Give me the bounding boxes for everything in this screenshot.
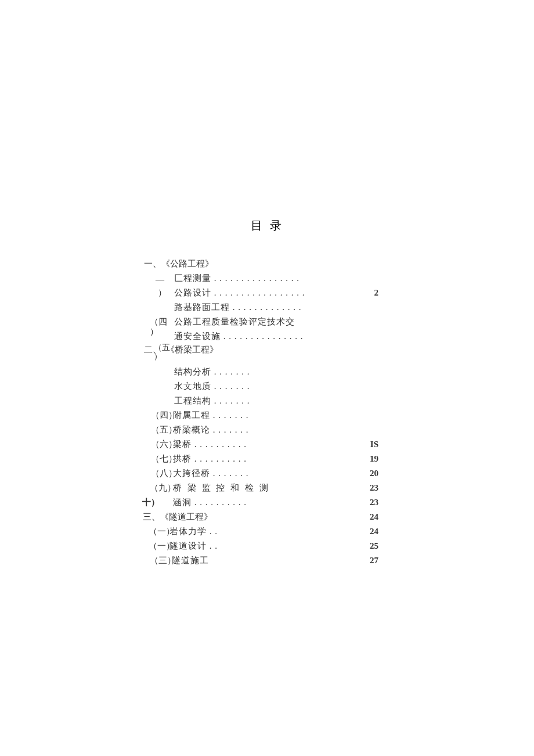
page-number: 23 <box>370 495 378 510</box>
toc-entry: （三） 隧道施工 27 <box>145 553 389 568</box>
entry-label: 梁桥 . . . . . . . . . . <box>173 437 247 452</box>
toc-entry: — 匚程测量 . . . . . . . . . . . . . . . . <box>145 271 389 286</box>
entry-label: 结构分析 . . . . . . . <box>174 365 250 379</box>
toc-entry: 工程结构 . . . . . . . <box>145 394 389 408</box>
toc-entry: 路基路面工程 . . . . . . . . . . . . . <box>145 300 389 315</box>
page-number: 23 <box>370 481 378 495</box>
entry-marker: （九） <box>150 481 176 495</box>
toc-entry: （四） 附属工程 . . . . . . . <box>145 408 389 423</box>
entry-label: 大跨径桥 . . . . . . . <box>173 466 249 481</box>
toc-entry: 结构分析 . . . . . . . <box>145 365 389 379</box>
toc-entry: 十） 涵洞 . . . . . . . . . . 23 <box>145 495 389 510</box>
entry-label: 拱桥 . . . . . . . . . . <box>173 452 247 466</box>
toc-entry: （四 公路工程质量检验评定技术交 <box>145 315 389 329</box>
toc-entry: 水文地质 . . . . . . . <box>145 379 389 394</box>
section-title: 《桥梁工程》 <box>166 344 218 355</box>
toc-section-1: 一、《公路工程》 <box>145 257 389 271</box>
toc-title: 目 录 <box>0 218 534 233</box>
entry-label: 岩体力学 . . <box>169 524 218 539</box>
entry-label: 桥梁概论 . . . . . . . <box>173 423 249 437</box>
entry-label: 涵洞 . . . . . . . . . . <box>173 495 247 510</box>
entry-label: 工程结构 . . . . . . . <box>174 394 250 408</box>
page-number: 2 <box>374 286 379 300</box>
entry-label: 桥 梁 监 控 和 检 测 <box>173 481 270 495</box>
toc-entry: （五） 桥梁概论 . . . . . . . <box>145 423 389 437</box>
toc-section-2: 二、 （五 《桥梁工程》 <box>145 344 389 355</box>
entry-label: 匚程测量 . . . . . . . . . . . . . . . . <box>174 271 300 286</box>
section-marker: 三、《隧道工程》 <box>143 510 212 524</box>
section-marker: 一、《公路工程》 <box>144 257 214 271</box>
page-number: 24 <box>370 524 378 539</box>
toc-entry: （九） 桥 梁 监 控 和 检 测 23 <box>145 481 389 495</box>
entry-label: 附属工程 . . . . . . . <box>173 408 249 423</box>
page-number: IS <box>370 437 378 452</box>
page-number: 19 <box>370 452 378 466</box>
toc-entry: ） 公路设计 . . . . . . . . . . . . . . . . .… <box>145 286 389 300</box>
page-number: 24 <box>370 510 378 524</box>
toc-entry: （一） 岩体力学 . . 24 <box>145 524 389 539</box>
entry-label: 隧道设计 . . <box>169 539 218 553</box>
toc-entry: （八） 大跨径桥 . . . . . . . 20 <box>145 466 389 481</box>
entry-marker: — <box>156 272 164 287</box>
page-number: 25 <box>370 539 378 553</box>
entry-label: 通安全设施 . . . . . . . . . . . . . . . <box>174 329 304 344</box>
page-number: 20 <box>370 466 378 481</box>
entry-label: 水文地质 . . . . . . . <box>174 379 250 394</box>
entry-label: 公路设计 . . . . . . . . . . . . . . . . . <box>174 286 305 300</box>
toc-entry: ） 通安全设施 . . . . . . . . . . . . . . . <box>145 329 389 344</box>
document-page: 目 录 一、《公路工程》 — 匚程测量 . . . . . . . . . . … <box>0 0 534 756</box>
toc-entry: （七） 拱桥 . . . . . . . . . . 19 <box>145 452 389 466</box>
table-of-contents: 一、《公路工程》 — 匚程测量 . . . . . . . . . . . . … <box>145 257 389 568</box>
entry-marker: ） <box>154 352 162 361</box>
entry-marker: ） <box>150 325 158 339</box>
toc-entry: ） <box>145 355 389 365</box>
entry-marker: 十） <box>142 495 160 510</box>
toc-entry: （一） 隧道设计 . . 25 <box>145 539 389 553</box>
entry-label: 路基路面工程 . . . . . . . . . . . . . <box>174 300 302 315</box>
toc-entry: （六） 梁桥 . . . . . . . . . . IS <box>145 437 389 452</box>
entry-label: 公路工程质量检验评定技术交 <box>174 315 295 329</box>
entry-label: 隧道施工 <box>172 553 209 568</box>
entry-marker: ） <box>158 286 167 300</box>
page-number: 27 <box>370 553 378 568</box>
toc-section-3: 三、《隧道工程》 24 <box>145 510 389 524</box>
